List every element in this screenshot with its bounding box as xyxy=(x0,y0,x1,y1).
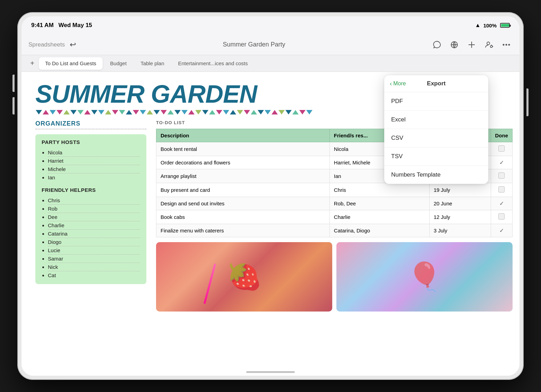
table-row: Buy present and card Chris 19 July xyxy=(156,183,513,197)
add-button[interactable] xyxy=(465,39,478,51)
export-dropdown: ‹ More Export PDFExcelCSVTSVNumbers Temp… xyxy=(384,75,488,184)
organizers-panel: ORGANIZERS PARTY HOSTS NicolaHarrietMich… xyxy=(35,120,146,318)
todo-checkbox[interactable] xyxy=(491,169,513,183)
helper-item: Dee xyxy=(48,213,140,221)
todo-friend: Charlie xyxy=(329,210,429,224)
party-host-item: Michele xyxy=(48,165,140,173)
wifi-icon: ▲ xyxy=(475,22,481,28)
helper-item: Lucie xyxy=(48,246,140,255)
back-to-more-button[interactable]: ‹ More xyxy=(390,80,406,87)
party-host-item: Nicola xyxy=(48,148,140,157)
organizers-title: ORGANIZERS xyxy=(35,120,146,127)
back-chevron-icon: ‹ xyxy=(390,80,392,87)
table-row: Design and send out invites Rob, Dee 20 … xyxy=(156,197,513,210)
export-option-excel[interactable]: Excel xyxy=(384,111,488,129)
toolbar: Spreadsheets ↩ Summer Garden Party xyxy=(22,34,519,55)
svg-point-8 xyxy=(503,44,505,45)
tab-entertainment[interactable]: Entertainment...ices and costs xyxy=(172,57,254,70)
todo-friend: Catarina, Diogo xyxy=(329,224,429,237)
todo-description: Design and send out invites xyxy=(156,197,330,210)
status-bar: 9:41 AM Wed May 15 ▲ 100% xyxy=(22,16,519,34)
helper-item: Chris xyxy=(48,196,140,205)
todo-date: 19 July xyxy=(429,183,491,197)
todo-friend: Rob, Dee xyxy=(329,197,429,210)
dropdown-items: PDFExcelCSVTSVNumbers Template xyxy=(384,92,488,184)
toolbar-right xyxy=(431,39,513,51)
svg-point-5 xyxy=(490,45,492,48)
add-tab-button[interactable]: + xyxy=(27,58,37,69)
table-row: Finalize menu with caterers Catarina, Di… xyxy=(156,224,513,237)
photo-balloons: 🎈 xyxy=(336,242,513,312)
battery-percentage: 100% xyxy=(483,23,497,28)
back-link[interactable]: Spreadsheets xyxy=(28,41,65,48)
todo-description: Order decorations and flowers xyxy=(156,156,330,169)
status-time: 9:41 AM Wed May 15 xyxy=(31,22,92,29)
main-content: SUMMER GARDEN ORGANIZERS PARTY HOSTS Nic… xyxy=(22,72,519,376)
helper-item: Catarina xyxy=(48,230,140,238)
align-icon[interactable] xyxy=(448,39,461,51)
todo-checkbox[interactable] xyxy=(491,210,513,224)
time-display: 9:41 AM xyxy=(31,22,54,29)
svg-point-9 xyxy=(506,44,507,45)
volume-down-button[interactable] xyxy=(12,97,15,114)
tab-table-plan[interactable]: Table plan xyxy=(134,57,170,70)
party-host-item: Harriet xyxy=(48,157,140,165)
status-indicators: ▲ 100% xyxy=(475,22,510,28)
volume-up-button[interactable] xyxy=(12,75,15,92)
todo-description: Book tent rental xyxy=(156,142,330,156)
todo-checkbox[interactable]: ✓ xyxy=(491,224,513,237)
export-option-csv[interactable]: CSV xyxy=(384,129,488,147)
helper-item: Cat xyxy=(48,271,140,279)
dropdown-header: ‹ More Export xyxy=(384,75,488,92)
helper-item: Rob xyxy=(48,205,140,213)
tabs-bar: + To Do List and Guests Budget Table pla… xyxy=(22,55,519,72)
todo-description: Arrange playlist xyxy=(156,169,330,183)
party-hosts-list: NicolaHarrietMicheleIan xyxy=(42,148,140,181)
todo-checkbox[interactable] xyxy=(491,183,513,197)
todo-checkbox[interactable]: ✓ xyxy=(491,197,513,210)
helper-item: Nick xyxy=(48,263,140,271)
more-options-button[interactable] xyxy=(500,39,513,51)
share-user-button[interactable] xyxy=(483,39,495,51)
power-button[interactable] xyxy=(526,88,529,116)
ipad-frame: 9:41 AM Wed May 15 ▲ 100% Spreadsheets ↩… xyxy=(17,12,524,380)
dropdown-title: Export xyxy=(427,80,446,87)
tab-todo-list[interactable]: To Do List and Guests xyxy=(39,57,103,70)
battery-icon xyxy=(500,23,510,28)
table-row: Book cabs Charlie 12 July xyxy=(156,210,513,224)
home-indicator xyxy=(246,371,295,373)
tab-budget[interactable]: Budget xyxy=(104,57,133,70)
party-host-item: Ian xyxy=(48,173,140,181)
svg-point-10 xyxy=(508,44,510,45)
toolbar-left: Spreadsheets ↩ xyxy=(28,39,77,51)
friendly-helpers-list: ChrisRobDeeCharlieCatarinaDiogoLucieSama… xyxy=(42,196,140,279)
todo-checkbox[interactable] xyxy=(491,142,513,156)
col-description: Description xyxy=(156,129,330,142)
col-done: Done xyxy=(491,129,513,142)
undo-button[interactable]: ↩ xyxy=(68,39,77,51)
friendly-helpers-title: FRIENDLY HELPERS xyxy=(42,187,140,193)
ipad-screen: 9:41 AM Wed May 15 ▲ 100% Spreadsheets ↩… xyxy=(22,16,519,376)
green-box: PARTY HOSTS NicolaHarrietMicheleIan FRIE… xyxy=(35,134,146,284)
todo-description: Finalize menu with caterers xyxy=(156,224,330,237)
collaborate-icon[interactable] xyxy=(431,39,443,51)
helper-item: Samar xyxy=(48,255,140,263)
todo-date: 3 July xyxy=(429,224,491,237)
todo-description: Book cabs xyxy=(156,210,330,224)
todo-date: 12 July xyxy=(429,210,491,224)
export-option-pdf[interactable]: PDF xyxy=(384,92,488,111)
photo-drinks: 🍓 xyxy=(156,242,332,312)
helper-item: Charlie xyxy=(48,221,140,230)
organizers-divider xyxy=(35,129,146,129)
export-option-numbers-template[interactable]: Numbers Template xyxy=(384,166,488,184)
todo-checkbox[interactable]: ✓ xyxy=(491,156,513,169)
todo-friend: Chris xyxy=(329,183,429,197)
export-option-tsv[interactable]: TSV xyxy=(384,147,488,166)
svg-point-4 xyxy=(487,42,490,45)
helper-item: Diogo xyxy=(48,238,140,246)
todo-date: 20 June xyxy=(429,197,491,210)
todo-description: Buy present and card xyxy=(156,183,330,197)
party-hosts-title: PARTY HOSTS xyxy=(42,139,140,145)
photo-strip: 🍓 🎈 xyxy=(156,237,513,312)
document-title: Summer Garden Party xyxy=(81,41,427,48)
